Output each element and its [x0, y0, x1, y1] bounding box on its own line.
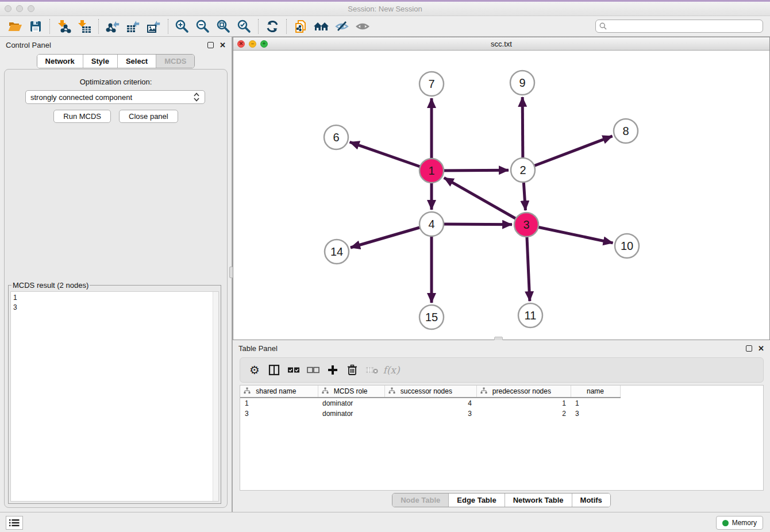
tab-style[interactable]: Style	[83, 55, 118, 68]
first-neighbors-button[interactable]	[311, 18, 332, 35]
network-window-titlebar[interactable]: ✕ − + scc.txt	[233, 37, 769, 51]
node-table: shared name MCDS role successor nodes pr…	[240, 385, 764, 491]
network-graph: 7968124314101511	[233, 51, 769, 340]
export-table-icon	[126, 19, 141, 34]
zoom-out-icon	[195, 19, 210, 34]
table-cell[interactable]: dominator	[318, 398, 384, 408]
column-header-predecessor-nodes[interactable]: predecessor nodes	[476, 385, 571, 398]
zoom-fit-button[interactable]	[213, 18, 234, 35]
zoom-selected-icon	[237, 19, 252, 34]
search-box[interactable]	[595, 20, 763, 33]
table-cell[interactable]: 1	[476, 398, 571, 408]
table-cell[interactable]: dominator	[318, 408, 384, 419]
export-network-button[interactable]	[102, 18, 123, 35]
select-all-columns-button[interactable]	[285, 361, 302, 379]
memory-label: Memory	[732, 519, 757, 527]
table-settings-button[interactable]: ⚙	[246, 361, 263, 379]
function-builder-button[interactable]: f(x)	[383, 361, 400, 379]
table-cell[interactable]: 3	[240, 408, 318, 419]
search-input[interactable]	[610, 22, 759, 30]
run-mcds-button[interactable]: Run MCDS	[53, 110, 111, 123]
task-history-button[interactable]	[6, 516, 23, 530]
zoom-in-icon	[175, 19, 190, 34]
two-houses-icon	[313, 19, 330, 34]
graph-edge-2-8[interactable]	[523, 136, 613, 170]
column-header-shared-name[interactable]: shared name	[240, 385, 318, 398]
result-scrollbar[interactable]	[213, 292, 218, 501]
column-layout-button[interactable]	[265, 361, 283, 379]
import-network-button[interactable]	[53, 18, 74, 35]
column-header-mcds-role[interactable]: MCDS role	[318, 385, 384, 398]
save-floppy-icon	[28, 19, 43, 34]
eye-icon	[355, 19, 370, 34]
graph-node-label-11: 11	[525, 309, 537, 322]
unchecked-boxes-icon	[307, 367, 319, 373]
close-table-panel-icon[interactable]: ✕	[758, 345, 764, 352]
mcds-result-group: MCDS result (2 nodes) 1 3	[8, 281, 221, 504]
show-all-button[interactable]	[352, 18, 373, 35]
hierarchy-icon	[322, 387, 329, 394]
tab-node-table[interactable]: Node Table	[392, 494, 449, 507]
control-panel: Control Panel ✕ Network Style Select MCD…	[0, 37, 232, 512]
toolbar-separator	[49, 19, 50, 34]
save-session-button[interactable]	[25, 18, 46, 35]
float-table-panel-icon[interactable]	[746, 345, 752, 352]
delete-table-button[interactable]	[363, 361, 380, 379]
table-row[interactable]: 3dominator323	[240, 408, 764, 419]
mcds-result-area[interactable]: 1 3	[10, 291, 219, 502]
column-header-filler	[620, 385, 764, 398]
network-canvas[interactable]: 7968124314101511	[233, 51, 769, 340]
table-cell[interactable]: 3	[384, 408, 476, 419]
table-cell[interactable]: 1	[240, 398, 318, 408]
tab-mcds[interactable]: MCDS	[156, 55, 194, 68]
tab-network[interactable]: Network	[37, 55, 83, 68]
copy-view-button[interactable]	[290, 18, 311, 35]
optimization-criterion-select[interactable]: strongly connected component	[25, 90, 205, 104]
zoom-selected-button[interactable]	[234, 18, 255, 35]
column-header-successor-nodes[interactable]: successor nodes	[384, 385, 476, 398]
table-cell[interactable]: 2	[476, 408, 571, 419]
import-table-button[interactable]	[74, 18, 95, 35]
export-table-button[interactable]	[123, 18, 144, 35]
add-column-button[interactable]	[324, 361, 341, 379]
open-session-button[interactable]	[5, 18, 25, 35]
table-cell[interactable]: 3	[571, 408, 620, 419]
export-image-button[interactable]	[144, 18, 164, 35]
table-cell[interactable]: 4	[384, 398, 476, 408]
table-cell[interactable]: 1	[571, 398, 620, 408]
network-window-title: scc.txt	[233, 40, 769, 48]
refresh-button[interactable]	[262, 18, 283, 35]
graph-node-label-14: 14	[330, 245, 343, 258]
graph-node-label-8: 8	[622, 125, 629, 137]
graph-edge-3-10[interactable]	[526, 225, 613, 243]
control-panel-title: Control Panel	[6, 41, 51, 49]
trash-icon	[347, 364, 357, 376]
memory-button[interactable]: Memory	[716, 516, 763, 530]
close-panel-button[interactable]: Close panel	[119, 110, 178, 123]
list-icon	[9, 519, 20, 527]
unselect-all-columns-button[interactable]	[305, 361, 322, 379]
tab-network-table[interactable]: Network Table	[505, 494, 572, 507]
table-panel-header: Table Panel ✕	[233, 340, 770, 356]
open-folder-icon	[7, 19, 22, 34]
graph-node-label-1: 1	[428, 164, 434, 177]
select-chevrons-icon	[193, 92, 200, 102]
float-panel-icon[interactable]	[207, 42, 214, 48]
fx-icon: f(x)	[383, 364, 399, 376]
main-toolbar	[0, 16, 770, 37]
graph-node-label-7: 7	[428, 78, 434, 90]
zoom-out-button[interactable]	[192, 18, 213, 35]
hide-selected-button[interactable]	[332, 18, 352, 35]
column-header-name[interactable]: name	[571, 385, 620, 398]
copy-document-icon	[293, 19, 308, 34]
graph-edge-3-1[interactable]	[444, 178, 526, 225]
delete-columns-button[interactable]	[344, 361, 361, 379]
graph-edge-1-6[interactable]	[350, 142, 432, 171]
tab-edge-table[interactable]: Edge Table	[449, 494, 505, 507]
table-row[interactable]: 1dominator411	[240, 398, 764, 408]
zoom-in-button[interactable]	[172, 18, 192, 35]
close-panel-icon[interactable]: ✕	[220, 42, 226, 48]
graph-node-label-15: 15	[425, 311, 438, 323]
tab-motifs[interactable]: Motifs	[572, 494, 610, 507]
tab-select[interactable]: Select	[118, 55, 156, 68]
